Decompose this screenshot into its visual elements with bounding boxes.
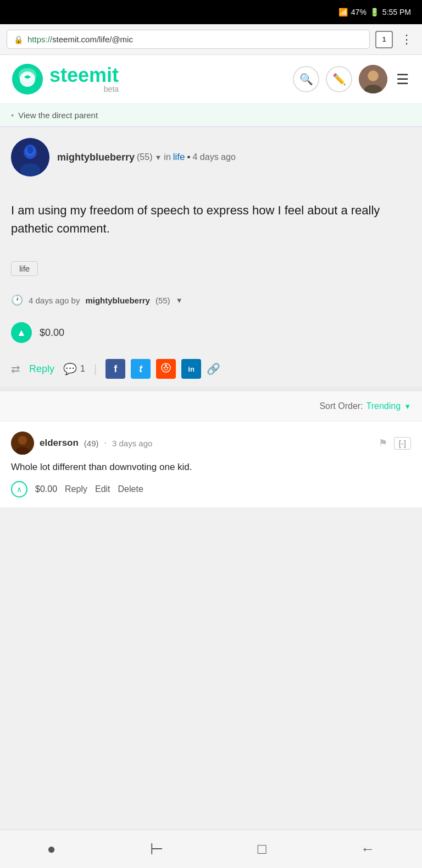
author-name-line: mightyblueberry (55) ▼ in life • 4 days … xyxy=(57,152,411,163)
comment-reply-button[interactable]: Reply xyxy=(65,484,87,494)
comment-body: Whole lot different than downvoting one … xyxy=(11,460,411,474)
vote-row: ▲ $0.00 xyxy=(0,314,422,351)
sort-dropdown-arrow[interactable]: ▼ xyxy=(404,402,411,411)
logo-text: steemit beta xyxy=(49,65,119,93)
svg-point-8 xyxy=(20,163,40,176)
comment-dot-sep: · xyxy=(104,438,107,448)
comment-author-avatar[interactable] xyxy=(11,432,34,455)
edit-button[interactable]: ✏️ xyxy=(326,66,352,92)
author-avatar-image xyxy=(11,138,49,176)
bottom-nav-back[interactable]: ← xyxy=(349,835,386,863)
browser-bar: 🔒 https://steemit.com/life/@mic 1 ⋮ xyxy=(0,24,422,55)
vote-amount: $0.00 xyxy=(40,327,64,339)
svg-point-11 xyxy=(27,146,34,154)
sort-order-value[interactable]: Trending xyxy=(367,401,401,411)
collapse-button[interactable]: [-] xyxy=(394,437,411,450)
tags-row: life xyxy=(0,251,422,286)
bottom-nav-square[interactable]: □ xyxy=(247,835,277,863)
view-parent-link[interactable]: • View the direct parent xyxy=(11,110,411,120)
svg-point-18 xyxy=(18,436,27,445)
comment-section: elderson (49) · 3 days ago ⚑ [-] Whole l… xyxy=(0,422,422,508)
bottom-nav: ● ⊢ □ ← xyxy=(0,830,422,868)
bottom-nav-dot[interactable]: ● xyxy=(36,835,67,863)
sort-bar: Sort Order: Trending ▼ xyxy=(0,387,422,422)
square-icon: □ xyxy=(258,841,266,858)
svg-point-14 xyxy=(167,367,169,368)
site-header: steemit beta 🔍 ✏️ ☰ xyxy=(0,55,422,104)
post-author-row: mightyblueberry (55) ▼ in life • 4 days … xyxy=(0,127,422,185)
view-parent-bar[interactable]: • View the direct parent xyxy=(0,104,422,127)
comment-avatar-image xyxy=(11,432,34,455)
in-label: in xyxy=(164,152,170,162)
upvote-icon: ▲ xyxy=(16,327,26,339)
browser-more-button[interactable]: ⋮ xyxy=(398,32,415,47)
view-parent-text: View the direct parent xyxy=(18,110,98,120)
reply-button[interactable]: Reply xyxy=(29,363,54,375)
back-icon: ← xyxy=(360,841,375,858)
steemit-logo-icon xyxy=(11,63,44,96)
divider-pipe: | xyxy=(94,363,97,375)
author-dropdown-arrow[interactable]: ▼ xyxy=(154,153,162,162)
comment: elderson (49) · 3 days ago ⚑ [-] Whole l… xyxy=(0,422,422,508)
tab-count-button[interactable]: 1 xyxy=(375,31,393,48)
status-icons: 📶 47% 🔋 5:55 PM xyxy=(338,8,411,16)
post-text: I am using my freedom of speech to expre… xyxy=(11,201,411,237)
url-bar[interactable]: 🔒 https://steemit.com/life/@mic xyxy=(7,30,370,49)
retweet-icon[interactable]: ⇄ xyxy=(11,362,20,375)
tag-life[interactable]: life xyxy=(11,261,38,276)
bullet-icon: • xyxy=(11,110,14,120)
comment-upvote-button[interactable]: ∧ xyxy=(11,481,27,497)
comment-edit-button[interactable]: Edit xyxy=(95,484,110,494)
linkedin-share-button[interactable]: in xyxy=(181,359,201,379)
svg-point-13 xyxy=(164,367,165,368)
lock-icon: 🔒 xyxy=(14,35,23,44)
facebook-icon: f xyxy=(114,363,117,375)
copy-link-button[interactable]: 🔗 xyxy=(207,362,220,375)
twitter-icon: t xyxy=(139,363,142,375)
tabs-icon: ⊢ xyxy=(150,840,163,858)
edit-icon: ✏️ xyxy=(332,73,346,86)
upvote-button[interactable]: ▲ xyxy=(11,322,32,343)
comment-icon: 💬 xyxy=(63,362,77,375)
logo-container: steemit beta xyxy=(11,63,284,96)
search-icon: 🔍 xyxy=(299,73,313,86)
bottom-spacer xyxy=(0,508,422,552)
bottom-nav-tabs[interactable]: ⊢ xyxy=(139,834,174,864)
battery-text: 47% xyxy=(351,8,367,16)
comment-count: 💬 1 xyxy=(63,362,85,375)
url-text: https://steemit.com/life/@mic xyxy=(27,35,133,44)
reddit-icon xyxy=(160,362,171,376)
meta-dropdown-arrow[interactable]: ▼ xyxy=(176,296,183,305)
battery-icon: 🔋 xyxy=(370,8,379,16)
comment-delete-button[interactable]: Delete xyxy=(118,484,143,494)
action-row: ⇄ Reply 💬 1 | f t in xyxy=(0,351,422,387)
status-bar: 📶 47% 🔋 5:55 PM xyxy=(0,0,422,24)
meta-author[interactable]: mightyblueberry xyxy=(85,296,150,305)
svg-point-5 xyxy=(368,71,378,81)
post-body: I am using my freedom of speech to expre… xyxy=(0,185,422,251)
time-text: 5:55 PM xyxy=(382,8,411,16)
user-avatar[interactable] xyxy=(359,65,387,93)
comment-vote-amount: $0.00 xyxy=(35,484,57,494)
post-time-ago: 4 days ago xyxy=(193,152,236,162)
twitter-share-button[interactable]: t xyxy=(131,359,151,379)
comment-vote-row: ∧ $0.00 Reply Edit Delete xyxy=(11,481,411,497)
facebook-share-button[interactable]: f xyxy=(106,359,125,379)
social-icons: f t in 🔗 xyxy=(106,359,220,379)
reddit-share-button[interactable] xyxy=(156,359,176,379)
author-name[interactable]: mightyblueberry xyxy=(57,152,135,163)
comment-upvote-icon: ∧ xyxy=(16,485,22,494)
linkedin-icon: in xyxy=(188,365,195,373)
comment-header: elderson (49) · 3 days ago ⚑ [-] xyxy=(11,432,411,455)
avatar-image xyxy=(359,65,387,93)
hamburger-menu-button[interactable]: ☰ xyxy=(394,69,411,90)
comment-author-name[interactable]: elderson xyxy=(40,438,79,449)
category-link[interactable]: life xyxy=(173,152,185,163)
sort-order-label: Sort Order: xyxy=(319,401,363,411)
dot-icon: ● xyxy=(47,841,56,858)
flag-icon[interactable]: ⚑ xyxy=(379,437,387,449)
author-avatar[interactable] xyxy=(11,138,49,176)
dot-separator: • xyxy=(187,152,191,163)
comment-author-rep: (49) xyxy=(84,439,99,448)
search-button[interactable]: 🔍 xyxy=(293,66,319,92)
